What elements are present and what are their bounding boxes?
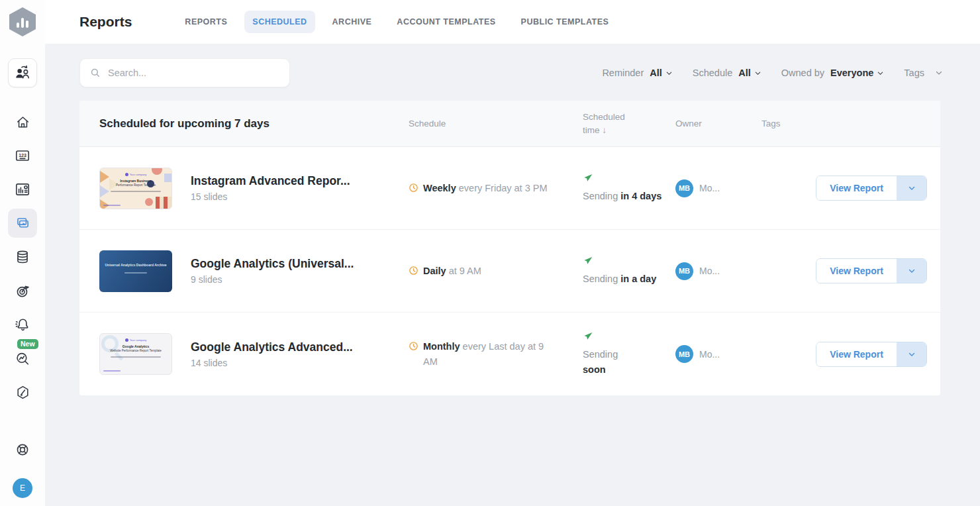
view-report-button[interactable]: View Report	[816, 342, 897, 366]
thumb-company-badge: Your company	[125, 173, 146, 176]
chevron-down-icon	[877, 70, 884, 77]
view-report-button[interactable]: View Report	[816, 259, 897, 283]
sending-time: in a day	[620, 274, 656, 284]
filter-owned-by-label: Owned by	[781, 68, 824, 78]
sending-label: Sending	[583, 191, 618, 201]
send-plane-icon	[583, 256, 593, 266]
filters: Reminder All Schedule All Owned by Every…	[602, 68, 943, 78]
sidebar-item-alerts[interactable]	[8, 310, 37, 339]
scheduled-time-cell: Sending soon	[583, 331, 675, 377]
filter-schedule-label: Schedule	[693, 68, 732, 78]
schedule-detail: at 9 AM	[449, 266, 481, 276]
report-slides: 9 slides	[191, 274, 393, 285]
filter-row: Reminder All Schedule All Owned by Every…	[79, 58, 943, 87]
tab-public-templates[interactable]: PUBLIC TEMPLATES	[513, 11, 617, 33]
sidebar-item-insights[interactable]: New	[8, 344, 37, 373]
search-icon	[89, 67, 101, 79]
tab-account-templates[interactable]: ACCOUNT TEMPLATES	[389, 11, 503, 33]
app-logo-icon[interactable]	[9, 7, 36, 36]
thumb-title: Instagram Business	[120, 179, 152, 183]
sidebar-item-numbers[interactable]: 123	[8, 141, 37, 170]
new-badge: New	[17, 339, 38, 349]
page-title: Reports	[79, 14, 132, 30]
sending-label: Sending	[583, 274, 618, 284]
filter-owned-by[interactable]: Owned by Everyone	[781, 68, 885, 78]
table-header: Scheduled for upcoming 7 days Schedule S…	[79, 101, 940, 147]
target-flag-icon	[14, 282, 31, 299]
schedule-detail: every Friday at 3 PM	[459, 183, 548, 193]
view-report-dropdown-button[interactable]	[897, 259, 926, 283]
thumb-title: Universal Analytics Dashboard Archive	[105, 263, 167, 267]
view-report-button[interactable]: View Report	[816, 176, 897, 200]
tab-scheduled[interactable]: SCHEDULED	[244, 11, 315, 33]
sidebar-item-goals[interactable]	[8, 276, 37, 305]
owner-cell: MB Mo...	[675, 345, 761, 363]
column-scheduled-time[interactable]: Scheduled time ↓	[583, 111, 649, 136]
owner-cell: MB Mo...	[675, 179, 761, 197]
scheduled-reports-table: Scheduled for upcoming 7 days Schedule S…	[79, 101, 940, 395]
owner-cell: MB Mo...	[675, 262, 761, 280]
content-area: Reminder All Schedule All Owned by Every…	[45, 44, 980, 506]
thumb-subtitle: Performance Report Template	[116, 183, 156, 187]
filter-tags[interactable]: Tags	[904, 68, 943, 78]
sidebar-item-reports[interactable]	[8, 175, 37, 204]
chevron-down-icon	[665, 70, 673, 77]
sidebar-item-scheduled[interactable]	[8, 209, 37, 238]
people-switch-icon	[14, 64, 31, 81]
numbers-123-icon: 123	[14, 147, 31, 164]
filter-reminder[interactable]: Reminder All	[602, 68, 672, 78]
search-input[interactable]	[108, 68, 273, 78]
report-title[interactable]: Google Analytics Advanced...	[191, 340, 393, 354]
sending-label: Sending	[583, 349, 618, 360]
home-icon	[15, 114, 31, 130]
send-plane-icon	[583, 173, 593, 183]
search-box[interactable]	[79, 58, 290, 87]
filter-schedule-value: All	[738, 68, 751, 78]
clock-icon	[409, 266, 418, 276]
sidebar-item-integrations[interactable]	[8, 378, 37, 407]
schedule-cell: Monthly every Last day at 9 AM	[409, 339, 583, 369]
view-report-dropdown-button[interactable]	[897, 176, 926, 200]
report-slides: 15 slides	[191, 191, 393, 202]
column-schedule: Schedule	[409, 117, 583, 130]
table-row: Your company Instagram Business Performa…	[79, 147, 940, 230]
tab-archive[interactable]: ARCHIVE	[324, 11, 380, 33]
report-thumbnail[interactable]: Your company Instagram Business Performa…	[99, 168, 172, 209]
filter-schedule[interactable]: Schedule All	[693, 68, 761, 78]
group-title: Scheduled for upcoming 7 days	[99, 117, 409, 130]
bell-icon	[14, 316, 31, 333]
chevron-down-icon	[907, 266, 916, 276]
table-row: Universal Analytics Dashboard Archive Go…	[79, 230, 940, 313]
tab-reports[interactable]: REPORTS	[177, 11, 235, 33]
sidebar-item-help[interactable]	[8, 435, 37, 464]
svg-text:123: 123	[19, 153, 26, 158]
filter-tags-label: Tags	[904, 68, 924, 78]
sending-time: soon	[583, 364, 606, 375]
sidebar-bottom: E	[8, 435, 37, 506]
scheduled-time-cell: Sending in a day	[583, 256, 675, 287]
owner-avatar[interactable]: MB	[675, 179, 693, 197]
sidebar: 123	[0, 0, 45, 506]
owner-avatar[interactable]: MB	[675, 345, 693, 363]
schedule-type: Monthly	[423, 341, 460, 352]
thumb-company-badge: Your company	[125, 338, 146, 342]
sidebar-item-home[interactable]	[8, 107, 37, 136]
chevron-down-icon	[907, 183, 916, 193]
report-thumbnail[interactable]: Your company Google Analytics Website Pe…	[99, 333, 172, 375]
search-trend-icon	[14, 350, 31, 367]
column-tags: Tags	[761, 117, 816, 130]
owner-avatar[interactable]: MB	[675, 262, 693, 280]
sidebar-item-data-sources[interactable]	[8, 242, 37, 272]
chevron-down-icon	[907, 350, 916, 359]
report-thumbnail[interactable]: Universal Analytics Dashboard Archive	[99, 250, 172, 292]
report-title[interactable]: Google Analytics (Universal...	[191, 257, 393, 271]
owner-name: Mo...	[699, 349, 720, 360]
thumb-title: Google Analytics	[122, 344, 150, 348]
schedule-type: Daily	[423, 266, 446, 276]
report-title[interactable]: Instagram Advanced Repor...	[191, 174, 393, 188]
view-report-dropdown-button[interactable]	[897, 342, 926, 366]
view-report-split-button: View Report	[816, 176, 927, 201]
filter-reminder-label: Reminder	[602, 68, 644, 78]
user-avatar[interactable]: E	[13, 478, 32, 498]
sidebar-item-account-switcher[interactable]	[8, 58, 37, 87]
